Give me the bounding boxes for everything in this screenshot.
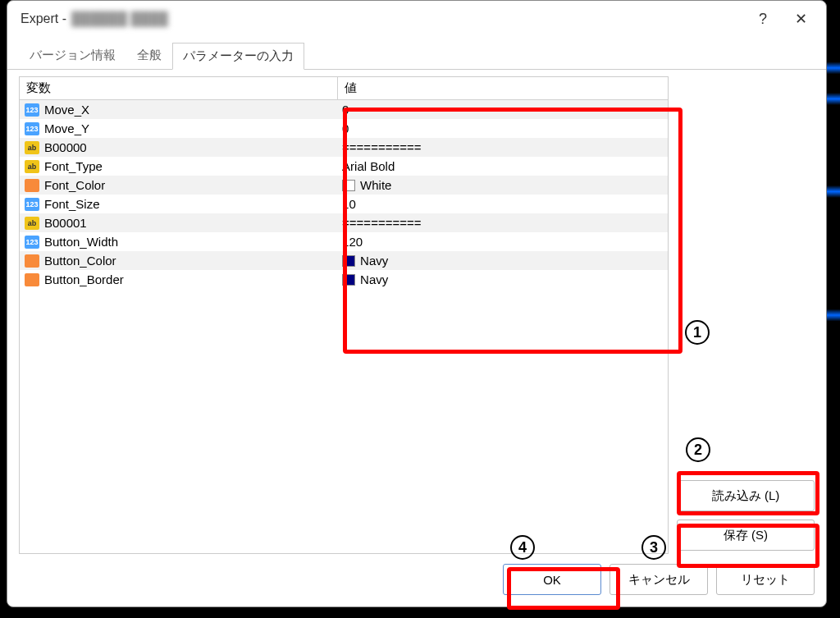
param-name-label: Button_Width [44,235,118,249]
param-value-cell[interactable]: 120 [337,232,668,251]
table-row[interactable]: Button_ColorNavy [20,251,668,270]
param-name-label: Button_Border [44,272,124,286]
table-row[interactable]: 123Move_X0 [20,100,668,120]
param-name-cell[interactable]: 123Move_X [20,100,337,120]
color-type-icon [25,254,39,268]
close-icon: ✕ [795,10,807,28]
window-title-prefix: Expert - [21,11,66,26]
param-value-cell[interactable]: 0 [337,119,668,138]
close-button[interactable]: ✕ [782,2,819,35]
param-name-label: B00001 [44,216,87,230]
table-row[interactable]: abB00000=========== [20,138,668,157]
param-value-cell[interactable]: 10 [337,195,668,213]
param-value-label: Navy [360,272,388,286]
expert-dialog: Expert - ██████ ████ ? ✕ バージョン情報 全般 パラメー… [7,0,827,607]
string-type-icon: ab [25,160,39,173]
param-value-label: Arial Bold [342,159,395,173]
param-value-label: =========== [342,140,421,154]
column-header-value[interactable]: 値 [337,77,668,100]
param-name-cell[interactable]: 123Move_Y [20,119,337,138]
param-value-label: 0 [342,121,349,135]
param-value-label: White [360,178,391,192]
table-row[interactable]: abFont_TypeArial Bold [20,157,668,176]
table-row[interactable]: 123Move_Y0 [20,119,668,138]
param-value-cell[interactable]: Navy [337,251,668,270]
param-value-cell[interactable]: Navy [337,270,668,289]
string-type-icon: ab [25,217,39,230]
table-row[interactable]: 123Button_Width120 [20,232,668,251]
string-type-icon: ab [25,141,39,154]
tab-version-info[interactable]: バージョン情報 [19,42,126,69]
parameter-table: 変数 値 123Move_X0123Move_Y0abB00000=======… [20,77,668,289]
param-name-cell[interactable]: abB00001 [20,213,337,232]
bottom-bar: OK キャンセル リセット [7,564,826,607]
save-button[interactable]: 保存 (S) [677,520,815,551]
param-name-cell[interactable]: Font_Color [20,176,337,195]
side-buttons: 読み込み (L) 保存 (S) [677,76,815,554]
param-value-label: 120 [342,235,363,249]
number-type-icon: 123 [25,122,39,135]
param-name-label: Move_X [44,103,89,117]
column-header-variable[interactable]: 変数 [20,77,337,100]
help-button[interactable]: ? [744,2,782,35]
param-name-label: Font_Color [44,178,105,192]
param-name-cell[interactable]: Button_Border [20,270,337,289]
tabbar: バージョン情報 全般 パラメーターの入力 [7,37,826,70]
ok-button[interactable]: OK [503,564,601,595]
reset-button[interactable]: リセット [716,564,815,595]
param-name-label: Button_Color [44,254,116,268]
table-row[interactable]: Font_ColorWhite [20,176,668,195]
tab-parameters[interactable]: パラメーターの入力 [172,43,304,70]
number-type-icon: 123 [25,198,39,211]
table-row[interactable]: 123Font_Size10 [20,195,668,213]
color-type-icon [25,179,39,192]
param-name-label: Move_Y [44,121,89,135]
param-name-cell[interactable]: abFont_Type [20,157,337,176]
param-value-cell[interactable]: =========== [337,138,668,157]
table-row[interactable]: abB00001=========== [20,213,668,232]
color-swatch-icon [342,255,355,267]
titlebar: Expert - ██████ ████ ? ✕ [7,1,826,37]
load-button[interactable]: 読み込み (L) [677,480,815,511]
color-type-icon [25,273,39,286]
color-swatch-icon [342,180,355,191]
param-name-label: Font_Size [44,197,100,211]
param-value-label: Navy [360,254,388,268]
cancel-button[interactable]: キャンセル [609,564,708,595]
param-value-cell[interactable]: 0 [337,100,668,120]
param-value-cell[interactable]: White [337,176,668,195]
parameter-table-wrap: 変数 値 123Move_X0123Move_Y0abB00000=======… [19,76,669,554]
param-value-cell[interactable]: Arial Bold [337,157,668,176]
param-value-label: 10 [342,197,356,211]
color-swatch-icon [342,274,355,286]
param-value-cell[interactable]: =========== [337,213,668,232]
param-value-label: =========== [342,216,421,230]
param-name-cell[interactable]: Button_Color [20,251,337,270]
param-name-cell[interactable]: abB00000 [20,138,337,157]
content-area: 変数 値 123Move_X0123Move_Y0abB00000=======… [7,70,826,564]
param-name-label: Font_Type [44,159,103,173]
number-type-icon: 123 [25,236,39,249]
param-value-label: 0 [342,103,349,117]
window-title-name: ██████ ████ [71,11,168,26]
table-row[interactable]: Button_BorderNavy [20,270,668,289]
param-name-cell[interactable]: 123Font_Size [20,195,337,213]
param-name-label: B00000 [44,140,87,154]
param-name-cell[interactable]: 123Button_Width [20,232,337,251]
tab-general[interactable]: 全般 [126,42,172,69]
number-type-icon: 123 [25,103,39,117]
